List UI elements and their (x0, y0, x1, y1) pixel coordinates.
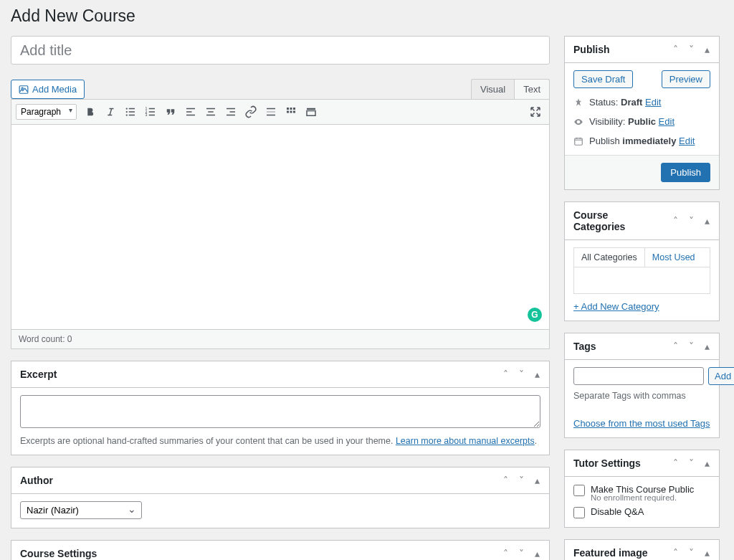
preview-button[interactable]: Preview (662, 70, 710, 88)
page-title: Add New Course (11, 0, 720, 29)
toolbar-toggle-icon[interactable] (282, 103, 300, 121)
toggle-panel-icon[interactable]: ▴ (699, 42, 715, 57)
add-media-button[interactable]: Add Media (11, 80, 85, 99)
align-center-icon[interactable] (201, 103, 220, 121)
move-up-icon[interactable]: ˄ (667, 338, 683, 354)
link-icon[interactable] (242, 103, 260, 121)
excerpt-heading: Excerpt (11, 361, 65, 387)
toggle-panel-icon[interactable]: ▴ (699, 338, 715, 354)
svg-rect-5 (129, 111, 135, 113)
move-down-icon[interactable]: ˅ (513, 366, 529, 382)
toggle-panel-icon[interactable]: ▴ (529, 546, 545, 560)
author-heading: Author (11, 468, 62, 493)
tutor-settings-heading: Tutor Settings (565, 450, 649, 476)
svg-rect-17 (206, 108, 215, 110)
quote-icon[interactable] (161, 103, 180, 121)
editor-content[interactable]: G (11, 125, 550, 330)
choose-tags-link[interactable]: Choose from the most used Tags (573, 418, 710, 429)
svg-rect-11 (149, 111, 155, 113)
publish-button[interactable]: Publish (661, 163, 710, 182)
word-count: Word count: 0 (11, 330, 550, 349)
excerpt-textarea[interactable] (20, 395, 540, 428)
move-up-icon[interactable]: ˄ (497, 366, 513, 382)
edit-status-link[interactable]: Edit (645, 97, 661, 108)
move-up-icon[interactable]: ˄ (497, 473, 513, 488)
save-draft-button[interactable]: Save Draft (573, 70, 633, 88)
move-up-icon[interactable]: ˄ (667, 42, 683, 57)
move-up-icon[interactable]: ˄ (497, 546, 513, 560)
svg-rect-26 (287, 108, 289, 110)
tab-all-categories[interactable]: All Categories (574, 248, 645, 267)
editor-tab-text[interactable]: Text (515, 79, 550, 99)
svg-rect-28 (293, 108, 295, 110)
svg-rect-34 (575, 138, 583, 144)
move-down-icon[interactable]: ˅ (683, 338, 699, 354)
move-up-icon[interactable]: ˄ (667, 213, 683, 229)
expand-icon[interactable] (526, 103, 545, 121)
bold-icon[interactable] (81, 103, 100, 121)
author-select[interactable]: Nazir (Nazir) (20, 501, 142, 519)
toggle-panel-icon[interactable]: ▴ (699, 213, 715, 229)
svg-text:3: 3 (146, 113, 148, 117)
featured-image-heading: Featured image (565, 540, 656, 560)
fullscreen-icon[interactable] (302, 103, 320, 121)
move-up-icon[interactable]: ˄ (667, 455, 683, 471)
editor-toolbar: Paragraph 123 (11, 99, 550, 125)
svg-rect-33 (307, 111, 315, 116)
align-left-icon[interactable] (181, 103, 200, 121)
edit-schedule-link[interactable]: Edit (679, 136, 695, 146)
course-settings-heading: Course Settings (11, 541, 105, 560)
categories-heading: Course Categories (565, 202, 667, 239)
insert-more-icon[interactable] (262, 103, 280, 121)
svg-rect-24 (267, 111, 275, 113)
editor-tab-visual[interactable]: Visual (471, 79, 515, 99)
move-down-icon[interactable]: ˅ (683, 42, 699, 57)
svg-point-0 (22, 87, 23, 89)
tag-input[interactable] (573, 367, 704, 385)
visibility-icon (573, 117, 583, 127)
tags-help: Separate Tags with commas (573, 391, 710, 401)
svg-rect-19 (206, 115, 215, 116)
svg-rect-20 (227, 108, 235, 110)
numbered-list-icon[interactable]: 123 (141, 103, 160, 121)
svg-rect-23 (267, 108, 275, 110)
grammarly-icon[interactable]: G (528, 308, 542, 322)
add-tag-button[interactable]: Add (708, 367, 734, 385)
learn-more-link[interactable]: Learn more about manual excerpts (396, 436, 535, 446)
tab-most-used[interactable]: Most Used (645, 248, 702, 267)
edit-visibility-link[interactable]: Edit (659, 116, 675, 127)
svg-rect-31 (293, 111, 295, 113)
svg-rect-25 (267, 115, 275, 116)
calendar-icon (573, 136, 583, 146)
tags-heading: Tags (565, 333, 605, 359)
move-down-icon[interactable]: ˅ (683, 545, 699, 560)
svg-rect-14 (186, 108, 195, 110)
toggle-panel-icon[interactable]: ▴ (699, 545, 715, 560)
move-down-icon[interactable]: ˅ (513, 546, 529, 560)
svg-rect-16 (186, 115, 195, 116)
bullet-list-icon[interactable] (121, 103, 140, 121)
make-public-checkbox[interactable] (573, 485, 585, 496)
move-down-icon[interactable]: ˅ (513, 473, 529, 488)
move-down-icon[interactable]: ˅ (683, 455, 699, 471)
disable-qa-label: Disable Q&A (591, 506, 644, 517)
publish-heading: Publish (565, 37, 619, 62)
svg-point-2 (126, 108, 128, 109)
course-title-input[interactable] (11, 36, 550, 65)
category-list[interactable] (573, 267, 710, 294)
svg-rect-29 (287, 111, 289, 113)
svg-rect-32 (307, 108, 315, 110)
move-up-icon[interactable]: ˄ (667, 545, 683, 560)
svg-rect-13 (149, 115, 155, 116)
move-down-icon[interactable]: ˅ (683, 213, 699, 229)
svg-rect-18 (208, 111, 214, 113)
format-select[interactable]: Paragraph (16, 104, 77, 120)
align-right-icon[interactable] (221, 103, 240, 121)
toggle-panel-icon[interactable]: ▴ (529, 366, 545, 382)
toggle-panel-icon[interactable]: ▴ (699, 455, 715, 471)
add-category-link[interactable]: + Add New Category (573, 301, 659, 312)
excerpt-help: Excerpts are optional hand-crafted summa… (20, 436, 540, 446)
toggle-panel-icon[interactable]: ▴ (529, 473, 545, 488)
italic-icon[interactable] (101, 103, 120, 121)
disable-qa-checkbox[interactable] (573, 507, 585, 518)
